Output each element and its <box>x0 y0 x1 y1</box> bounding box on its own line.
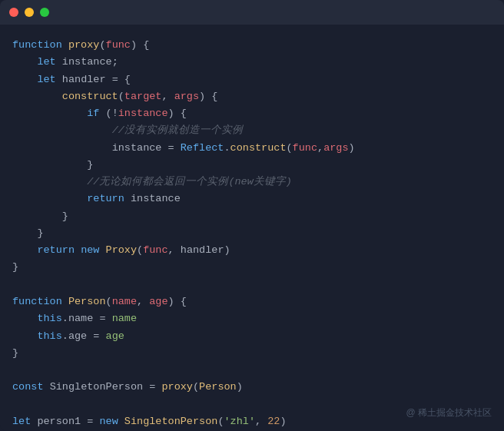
code-line-1: function proxy(func) { <box>12 37 492 54</box>
code-line-2: let instance; <box>12 54 492 71</box>
minimize-button[interactable] <box>25 8 34 17</box>
code-line-4: construct(target, args) { <box>12 88 492 105</box>
code-area: function proxy(func) { let instance; let… <box>0 25 504 431</box>
titlebar <box>0 0 504 25</box>
code-line-6: //没有实例就创造一个实例 <box>12 122 492 139</box>
code-line-5: if (!instance) { <box>12 105 492 122</box>
code-line-3: let handler = { <box>12 71 492 88</box>
code-line-9: //无论如何都会返回一个实例(new关键字) <box>12 174 492 191</box>
code-line-18: } <box>12 345 492 362</box>
code-line-19: const SingletonPerson = proxy(Person) <box>12 379 492 396</box>
code-line-10: return instance <box>12 191 492 207</box>
code-line-14: } <box>12 259 492 276</box>
watermark: @ 稀土掘金技术社区 <box>406 406 492 420</box>
code-line-17: this.age = age <box>12 328 492 345</box>
code-line-blank2 <box>12 362 492 379</box>
code-line-16: this.name = name <box>12 310 492 327</box>
close-button[interactable] <box>9 8 18 17</box>
code-line-blank1 <box>12 277 492 293</box>
code-line-7: instance = Reflect.construct(func,args) <box>12 140 492 157</box>
code-line-8: } <box>12 157 492 174</box>
code-line-15: function Person(name, age) { <box>12 293 492 310</box>
code-line-11: } <box>12 208 492 225</box>
code-line-13: return new Proxy(func, handler) <box>12 242 492 259</box>
window: function proxy(func) { let instance; let… <box>0 0 504 431</box>
code-line-12: } <box>12 225 492 242</box>
maximize-button[interactable] <box>40 8 49 17</box>
